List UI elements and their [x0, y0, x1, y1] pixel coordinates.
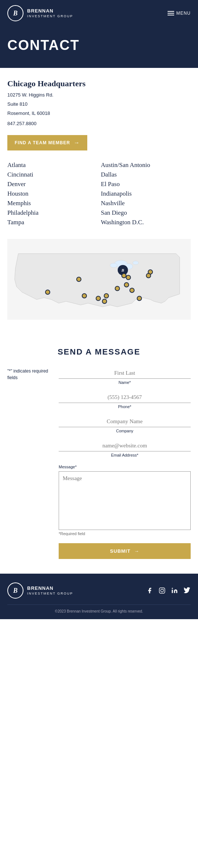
city-tampa[interactable]: Tampa [7, 219, 97, 226]
map-dot-washingtondc [146, 273, 151, 278]
menu-button[interactable]: MENU [168, 11, 191, 16]
svg-point-4 [110, 263, 117, 268]
svg-point-11 [172, 588, 173, 589]
linkedin-icon[interactable] [171, 587, 178, 594]
address-line2: Suite 810 [7, 101, 191, 108]
city-cincinnati[interactable]: Cincinnati [7, 171, 97, 178]
footer-copyright: ©2023 Brennan Investment Group. All righ… [7, 604, 191, 613]
header: B BRENNAN INVESTMENT GROUP MENU [0, 0, 198, 26]
map-dot-denver [77, 277, 81, 282]
page-title: CONTACT [7, 37, 191, 53]
city-philadelphia[interactable]: Philadelphia [7, 209, 97, 217]
name-input[interactable] [59, 368, 191, 379]
required-note: "*" indicates required fields [7, 368, 51, 559]
svg-point-3 [133, 261, 139, 265]
contact-form-section: SEND A MESSAGE "*" indicates required fi… [0, 347, 198, 574]
message-label: Message* [59, 465, 191, 469]
city-washingtondc[interactable]: Washington D.C. [101, 219, 191, 226]
svg-rect-7 [160, 588, 165, 593]
arrow-icon: → [74, 139, 80, 146]
contact-form: Name* Phone* Company Email Address* Mess… [59, 368, 191, 559]
map-dot-dallas [104, 294, 109, 298]
submit-arrow-icon: → [134, 548, 139, 554]
phone-field-group: Phone* [59, 392, 191, 409]
footer: B BRENNAN INVESTMENT GROUP ©2023 Brennan… [0, 574, 198, 619]
map-svg: B [7, 237, 191, 322]
cities-grid: Atlanta Austin/San Antonio Cincinnati Da… [7, 161, 191, 226]
phone-number: 847.257.8800 [7, 121, 191, 126]
map-dot-sandiego [45, 290, 50, 294]
map-dot-memphis [115, 286, 120, 291]
footer-logo[interactable]: B BRENNAN INVESTMENT GROUP [7, 582, 73, 599]
footer-logo-text: BRENNAN INVESTMENT GROUP [27, 585, 73, 596]
city-indianapolis[interactable]: Indianapolis [101, 190, 191, 197]
map-dot-houston [102, 299, 107, 304]
map-dot-atlanta [130, 288, 134, 293]
address-line1: 10275 W. Higgins Rd. [7, 91, 191, 99]
city-nashville[interactable]: Nashville [101, 200, 191, 207]
instagram-icon[interactable] [158, 587, 166, 594]
svg-rect-10 [172, 590, 173, 593]
hamburger-icon [168, 11, 174, 15]
message-field-group: Message* *Required field [59, 465, 191, 536]
menu-label: MENU [176, 11, 191, 16]
phone-label: Phone* [59, 404, 191, 409]
footer-logo-icon: B [7, 582, 23, 599]
phone-input[interactable] [59, 392, 191, 403]
required-field-note: *Required field [59, 531, 191, 536]
form-layout: "*" indicates required fields Name* Phon… [7, 368, 191, 559]
city-sandiego[interactable]: San Diego [101, 209, 191, 217]
email-input[interactable] [59, 440, 191, 451]
footer-top: B BRENNAN INVESTMENT GROUP [7, 582, 191, 599]
find-team-member-button[interactable]: FIND A TEAM MEMBER → [7, 135, 87, 150]
name-label: Name* [59, 380, 191, 385]
twitter-icon[interactable] [183, 587, 191, 594]
us-map: B [7, 237, 191, 322]
address-line3: Rosemont, IL 60018 [7, 110, 191, 117]
map-dot-cincinnati [126, 275, 131, 280]
company-input[interactable] [59, 416, 191, 427]
company-field-group: Company [59, 416, 191, 433]
map-dot-tampa [137, 296, 142, 301]
facebook-icon[interactable] [146, 587, 153, 594]
main-content: Chicago Headquarters 10275 W. Higgins Rd… [0, 68, 198, 347]
map-dot-nashville [124, 283, 129, 287]
social-links [146, 587, 191, 594]
submit-button[interactable]: SUBMIT → [59, 543, 191, 559]
map-dot-elpaso [82, 294, 87, 298]
map-dot-austin [96, 296, 100, 301]
map-dot-indianapolis [122, 273, 126, 278]
city-atlanta[interactable]: Atlanta [7, 161, 97, 169]
city-dallas[interactable]: Dallas [101, 171, 191, 178]
city-denver[interactable]: Denver [7, 181, 97, 188]
city-memphis[interactable]: Memphis [7, 200, 97, 207]
header-logo[interactable]: B BRENNAN INVESTMENT GROUP [7, 5, 73, 21]
svg-text:B: B [121, 268, 124, 272]
svg-point-9 [163, 589, 164, 590]
logo-icon: B [7, 5, 23, 21]
headquarters-title: Chicago Headquarters [7, 79, 191, 88]
svg-point-8 [161, 589, 164, 592]
message-textarea[interactable] [59, 471, 191, 530]
hero-section: CONTACT [0, 26, 198, 68]
city-elpaso[interactable]: El Paso [101, 181, 191, 188]
email-field-group: Email Address* [59, 440, 191, 457]
city-houston[interactable]: Houston [7, 190, 97, 197]
logo-text: BRENNAN INVESTMENT GROUP [27, 8, 73, 19]
email-label: Email Address* [59, 453, 191, 457]
city-austin[interactable]: Austin/San Antonio [101, 161, 191, 169]
company-label: Company [59, 429, 191, 433]
name-field-group: Name* [59, 368, 191, 385]
form-section-title: SEND A MESSAGE [7, 347, 191, 357]
